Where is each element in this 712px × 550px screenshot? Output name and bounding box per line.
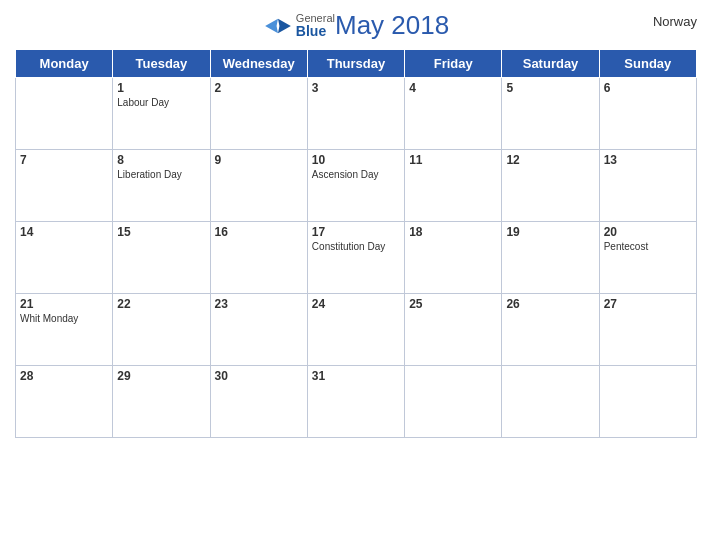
holiday-name: Labour Day bbox=[117, 97, 205, 108]
calendar-cell bbox=[16, 78, 113, 150]
day-number: 1 bbox=[117, 81, 205, 95]
day-number: 5 bbox=[506, 81, 594, 95]
calendar-cell: 10Ascension Day bbox=[307, 150, 404, 222]
calendar-cell: 7 bbox=[16, 150, 113, 222]
calendar-cell: 23 bbox=[210, 294, 307, 366]
calendar-cell: 19 bbox=[502, 222, 599, 294]
holiday-name: Whit Monday bbox=[20, 313, 108, 324]
calendar-cell: 12 bbox=[502, 150, 599, 222]
day-number: 17 bbox=[312, 225, 400, 239]
calendar-title: May 2018 bbox=[335, 10, 449, 41]
day-number: 24 bbox=[312, 297, 400, 311]
calendar-cell: 1Labour Day bbox=[113, 78, 210, 150]
calendar-cell: 3 bbox=[307, 78, 404, 150]
header-friday: Friday bbox=[405, 50, 502, 78]
calendar-week-row: 21Whit Monday222324252627 bbox=[16, 294, 697, 366]
svg-marker-1 bbox=[265, 18, 278, 32]
day-number: 16 bbox=[215, 225, 303, 239]
calendar-cell: 22 bbox=[113, 294, 210, 366]
day-number: 23 bbox=[215, 297, 303, 311]
day-number: 26 bbox=[506, 297, 594, 311]
calendar-cell: 4 bbox=[405, 78, 502, 150]
calendar-body: 1Labour Day2345678Liberation Day910Ascen… bbox=[16, 78, 697, 438]
calendar-cell: 18 bbox=[405, 222, 502, 294]
day-number: 2 bbox=[215, 81, 303, 95]
calendar-cell: 20Pentecost bbox=[599, 222, 696, 294]
calendar-cell: 28 bbox=[16, 366, 113, 438]
weekday-header-row: Monday Tuesday Wednesday Thursday Friday… bbox=[16, 50, 697, 78]
calendar-cell bbox=[599, 366, 696, 438]
header-thursday: Thursday bbox=[307, 50, 404, 78]
header-monday: Monday bbox=[16, 50, 113, 78]
calendar-cell: 2 bbox=[210, 78, 307, 150]
logo: General Blue bbox=[263, 13, 335, 38]
calendar-cell: 26 bbox=[502, 294, 599, 366]
header-tuesday: Tuesday bbox=[113, 50, 210, 78]
day-number: 13 bbox=[604, 153, 692, 167]
calendar-cell: 6 bbox=[599, 78, 696, 150]
day-number: 8 bbox=[117, 153, 205, 167]
calendar-week-row: 78Liberation Day910Ascension Day111213 bbox=[16, 150, 697, 222]
calendar-cell: 30 bbox=[210, 366, 307, 438]
day-number: 28 bbox=[20, 369, 108, 383]
calendar-cell: 8Liberation Day bbox=[113, 150, 210, 222]
calendar-cell: 29 bbox=[113, 366, 210, 438]
day-number: 19 bbox=[506, 225, 594, 239]
calendar-table: Monday Tuesday Wednesday Thursday Friday… bbox=[15, 49, 697, 438]
day-number: 27 bbox=[604, 297, 692, 311]
calendar-cell: 24 bbox=[307, 294, 404, 366]
day-number: 30 bbox=[215, 369, 303, 383]
calendar-cell bbox=[502, 366, 599, 438]
day-number: 12 bbox=[506, 153, 594, 167]
day-number: 18 bbox=[409, 225, 497, 239]
holiday-name: Pentecost bbox=[604, 241, 692, 252]
calendar-cell: 9 bbox=[210, 150, 307, 222]
day-number: 31 bbox=[312, 369, 400, 383]
day-number: 11 bbox=[409, 153, 497, 167]
day-number: 10 bbox=[312, 153, 400, 167]
calendar-cell: 17Constitution Day bbox=[307, 222, 404, 294]
calendar-container: General Blue May 2018 Norway Monday Tues… bbox=[0, 0, 712, 550]
calendar-cell: 31 bbox=[307, 366, 404, 438]
day-number: 9 bbox=[215, 153, 303, 167]
country-label: Norway bbox=[653, 14, 697, 29]
header-saturday: Saturday bbox=[502, 50, 599, 78]
header-sunday: Sunday bbox=[599, 50, 696, 78]
calendar-week-row: 1Labour Day23456 bbox=[16, 78, 697, 150]
calendar-cell: 11 bbox=[405, 150, 502, 222]
calendar-cell: 25 bbox=[405, 294, 502, 366]
calendar-cell: 14 bbox=[16, 222, 113, 294]
logo-text: General Blue bbox=[296, 13, 335, 38]
logo-bird-icon bbox=[263, 16, 293, 36]
svg-marker-0 bbox=[278, 18, 291, 32]
day-number: 15 bbox=[117, 225, 205, 239]
calendar-week-row: 28293031 bbox=[16, 366, 697, 438]
holiday-name: Liberation Day bbox=[117, 169, 205, 180]
calendar-cell: 5 bbox=[502, 78, 599, 150]
calendar-header: General Blue May 2018 Norway bbox=[15, 10, 697, 41]
day-number: 25 bbox=[409, 297, 497, 311]
day-number: 7 bbox=[20, 153, 108, 167]
calendar-cell: 27 bbox=[599, 294, 696, 366]
calendar-cell: 15 bbox=[113, 222, 210, 294]
calendar-cell bbox=[405, 366, 502, 438]
day-number: 21 bbox=[20, 297, 108, 311]
holiday-name: Ascension Day bbox=[312, 169, 400, 180]
day-number: 22 bbox=[117, 297, 205, 311]
calendar-week-row: 14151617Constitution Day181920Pentecost bbox=[16, 222, 697, 294]
day-number: 3 bbox=[312, 81, 400, 95]
holiday-name: Constitution Day bbox=[312, 241, 400, 252]
day-number: 4 bbox=[409, 81, 497, 95]
logo-blue-text: Blue bbox=[296, 24, 335, 38]
calendar-cell: 21Whit Monday bbox=[16, 294, 113, 366]
calendar-cell: 16 bbox=[210, 222, 307, 294]
day-number: 6 bbox=[604, 81, 692, 95]
header-wednesday: Wednesday bbox=[210, 50, 307, 78]
day-number: 29 bbox=[117, 369, 205, 383]
day-number: 14 bbox=[20, 225, 108, 239]
day-number: 20 bbox=[604, 225, 692, 239]
calendar-cell: 13 bbox=[599, 150, 696, 222]
